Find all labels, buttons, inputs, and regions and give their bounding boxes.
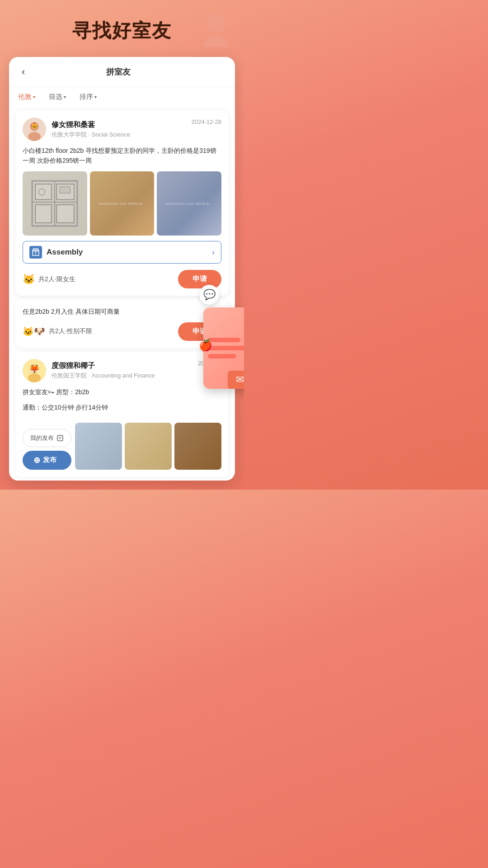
photo-floor-plan[interactable] [23,171,87,236]
svg-rect-13 [60,187,70,193]
phone-line-2 [208,346,244,350]
listing-card-3: 🦊 度假狸和椰子 伦敦国王学院 · Accounting and Finance… [15,352,229,477]
nav-bar: ‹ 拼室友 [9,57,235,87]
mail-badge[interactable]: ✉ 1 [228,371,244,389]
assembly-chevron: › [212,248,215,257]
user-row-1: 🐱 修女狸和桑葚 伦敦大学学院 · Social Science 2024-12… [23,118,221,141]
apply-button-1[interactable]: 申请 [178,270,221,288]
people-info-2: 🐱🐶 共2人·性别不限 [23,326,92,337]
publish-label: 发布 [43,456,56,464]
listing-card-1: 🐱 修女狸和桑葚 伦敦大学学院 · Social Science 2024-12… [15,110,229,296]
svg-rect-8 [36,184,52,199]
page-header: 寻找好室友 [0,0,244,52]
back-button[interactable]: ‹ [18,64,28,80]
post-text-1: 小白楼12th floor 2b2b 寻找想要预定主卧的同学，主卧的价格是319… [23,146,221,166]
svg-rect-10 [36,205,52,223]
publish-buttons: 我的发布 ⊕ 发布 [23,429,71,470]
assembly-label: Assembly [47,248,212,257]
photo-bedroom-2[interactable]: hooiiihome.com MANLA... [157,171,221,236]
user-name-1: 修女狸和桑葚 [52,120,192,130]
publish-button[interactable]: ⊕ 发布 [23,451,71,470]
svg-point-2 [28,132,41,141]
chat-bubble-decoration: 💬 [199,285,219,305]
user-school-3: 伦敦国王学院 · Accounting and Finance [52,372,198,380]
filter-bar: 伦敦 ▾ 筛选 ▾ 排序 ▾ [9,87,235,107]
photo-bed3[interactable] [125,423,172,470]
photo-grid-1: hooiiihome.com MANLA... hooiiihome.com M… [23,171,221,236]
post-text-3a: 拼女室友🗝 房型：2b2b [23,387,221,397]
people-text-2: 共2人·性别不限 [49,327,92,335]
svg-rect-17 [33,249,38,250]
listing-card-2: 任意2b2b 2月入住 具体日期可商量 🐱🐶 共2人·性别不限 申请 [15,299,229,348]
page-title: 寻找好室友 [72,18,172,43]
mail-icon: ✉ 1 [228,371,244,389]
user-row-3: 🦊 度假狸和椰子 伦敦国王学院 · Accounting and Finance… [23,359,221,382]
bottom-area-3: 我的发布 ⊕ 发布 [23,418,221,470]
user-info-1: 修女狸和桑葚 伦敦大学学院 · Social Science [52,120,192,139]
location-arrow: ▾ [33,94,35,99]
photo-grid-3 [75,423,221,470]
people-avatars-1: 🐱 [23,274,35,285]
people-text-1: 共2人·限女生 [38,275,75,283]
filter-dropdown[interactable]: 筛选 ▾ [49,93,66,101]
user-school-1: 伦敦大学学院 · Social Science [52,131,192,139]
svg-rect-11 [57,205,75,223]
assembly-tag[interactable]: Assembly › [23,241,221,264]
photo-kitchen[interactable] [174,423,221,470]
people-info-1: 🐱 共2人·限女生 [23,274,75,285]
main-card: ‹ 拼室友 伦敦 ▾ 筛选 ▾ 排序 ▾ 🐱 [9,57,235,481]
filter-arrow: ▾ [64,94,66,99]
phone-line-1 [208,338,240,342]
svg-text:🐱: 🐱 [31,123,38,129]
location-filter[interactable]: 伦敦 ▾ [18,93,35,101]
user-avatar-3: 🦊 [23,359,46,382]
my-publish-label: 我的发布 [30,434,54,442]
apple-logo: 🍎 [199,339,212,352]
svg-text:🦊: 🦊 [29,364,40,374]
svg-rect-22 [57,435,63,441]
user-info-3: 度假狸和椰子 伦敦国王学院 · Accounting and Finance [52,361,198,380]
sort-arrow: ▾ [94,94,97,99]
photo-bath[interactable] [75,423,122,470]
user-avatar-header[interactable] [202,14,230,42]
user-name-3: 度假狸和椰子 [52,361,198,371]
my-publish-icon [56,434,64,442]
post-text-3b: 通勤：公交10分钟 步行14分钟 [23,402,221,412]
post-text-2: 任意2b2b 2月入住 具体日期可商量 [23,307,221,316]
phone-line-3 [208,354,236,359]
post-date-1: 2024-12-28 [192,118,222,125]
sort-dropdown[interactable]: 排序 ▾ [80,93,97,101]
svg-point-20 [28,373,41,382]
building-icon [29,246,42,259]
photo-bedroom-1[interactable]: hooiiihome.com MANLA... [90,171,155,236]
bottom-row-1: 🐱 共2人·限女生 申请 [23,270,221,288]
my-publish-button[interactable]: 我的发布 [23,429,71,447]
user-avatar-1: 🐱 [23,118,46,141]
bottom-row-2: 🐱🐶 共2人·性别不限 申请 [23,322,221,341]
nav-title: 拼室友 [28,66,208,77]
